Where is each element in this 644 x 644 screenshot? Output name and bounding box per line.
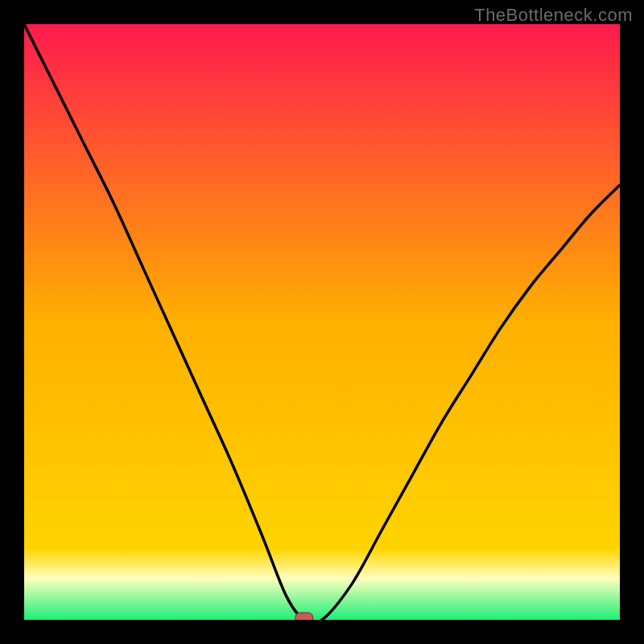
watermark-text: TheBottleneck.com [474, 5, 633, 26]
chart-frame: { "watermark": "TheBottleneck.com", "col… [0, 0, 644, 644]
plot-area [24, 24, 620, 620]
bottleneck-chart [24, 24, 620, 620]
optimal-marker [295, 613, 313, 620]
gradient-background [24, 24, 620, 620]
